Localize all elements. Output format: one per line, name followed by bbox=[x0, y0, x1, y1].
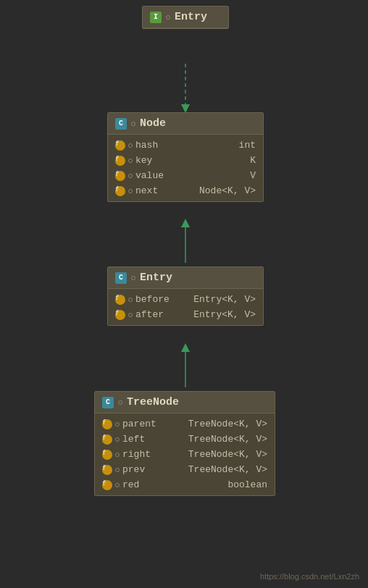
field-icon: f bbox=[115, 140, 125, 151]
table-row: f next Node<K, V> bbox=[108, 183, 263, 198]
node-box: C Node f hash int f key K f value V bbox=[107, 112, 264, 202]
field-type: TreeNode<K, V> bbox=[188, 449, 267, 460]
entry-top-header: I Entry bbox=[143, 7, 228, 28]
dot bbox=[128, 143, 133, 148]
field-name: prev bbox=[122, 464, 157, 475]
table-row: f hash int bbox=[108, 138, 263, 153]
dot bbox=[115, 468, 120, 472]
node-header: C Node bbox=[108, 113, 263, 135]
field-type: K bbox=[250, 155, 256, 166]
node-label: Node bbox=[140, 117, 166, 130]
treenode-body: f parent TreeNode<K, V> f left TreeNode<… bbox=[95, 413, 275, 495]
field-icon: f bbox=[102, 434, 112, 445]
field-type: Entry<K, V> bbox=[193, 309, 256, 320]
dot bbox=[128, 313, 133, 317]
table-row: f left TreeNode<K, V> bbox=[95, 432, 275, 447]
table-row: f prev TreeNode<K, V> bbox=[95, 462, 275, 477]
field-name: next bbox=[135, 185, 170, 196]
dot bbox=[115, 437, 120, 442]
field-icon: f bbox=[115, 295, 125, 305]
entry-top-box: I Entry bbox=[142, 6, 229, 29]
field-type: TreeNode<K, V> bbox=[188, 464, 267, 475]
table-row: f red boolean bbox=[95, 477, 275, 492]
class-icon-node: C bbox=[115, 118, 127, 130]
table-row: f right TreeNode<K, V> bbox=[95, 447, 275, 462]
class-icon-entry: C bbox=[115, 272, 127, 284]
visibility-dot-entry bbox=[131, 276, 135, 280]
field-name: key bbox=[135, 155, 170, 166]
field-name: right bbox=[122, 449, 157, 460]
field-icon: f bbox=[102, 465, 112, 475]
field-name: before bbox=[135, 294, 170, 305]
field-icon: f bbox=[115, 171, 125, 181]
field-icon: f bbox=[115, 156, 125, 166]
field-icon: f bbox=[115, 310, 125, 320]
field-name: after bbox=[135, 309, 170, 320]
field-type: boolean bbox=[227, 479, 267, 490]
watermark: https://blog.csdn.net/Lxn2zh bbox=[260, 572, 359, 581]
visibility-dot-treenode bbox=[118, 400, 122, 405]
field-icon: f bbox=[115, 186, 125, 196]
dot bbox=[128, 189, 133, 193]
field-name: parent bbox=[122, 419, 157, 429]
field-icon: f bbox=[102, 450, 112, 460]
treenode-box: C TreeNode f parent TreeNode<K, V> f lef… bbox=[94, 391, 275, 496]
field-icon: f bbox=[102, 419, 112, 429]
field-type: TreeNode<K, V> bbox=[188, 434, 267, 445]
interface-icon: I bbox=[150, 12, 162, 23]
field-type: Node<K, V> bbox=[199, 185, 256, 196]
treenode-header: C TreeNode bbox=[95, 392, 275, 413]
entry-mid-label: Entry bbox=[140, 272, 172, 284]
entry-mid-body: f before Entry<K, V> f after Entry<K, V> bbox=[108, 289, 263, 325]
visibility-dot bbox=[166, 15, 170, 20]
dot bbox=[128, 298, 133, 302]
entry-top-label: Entry bbox=[175, 11, 207, 23]
table-row: f key K bbox=[108, 153, 263, 168]
field-type: int bbox=[239, 140, 256, 151]
field-type: V bbox=[250, 170, 256, 181]
table-row: f after Entry<K, V> bbox=[108, 307, 263, 322]
field-type: TreeNode<K, V> bbox=[188, 419, 267, 429]
treenode-label: TreeNode bbox=[127, 396, 179, 408]
dot bbox=[115, 422, 120, 427]
table-row: f parent TreeNode<K, V> bbox=[95, 416, 275, 432]
entry-mid-box: C Entry f before Entry<K, V> f after Ent… bbox=[107, 266, 264, 326]
field-name: hash bbox=[135, 140, 170, 151]
field-icon: f bbox=[102, 480, 112, 490]
field-name: value bbox=[135, 170, 170, 181]
field-name: left bbox=[122, 434, 157, 445]
field-name: red bbox=[122, 479, 157, 490]
entry-mid-header: C Entry bbox=[108, 267, 263, 289]
diagram: I Entry C Node f hash int f key K bbox=[0, 0, 368, 588]
field-type: Entry<K, V> bbox=[193, 294, 256, 305]
dot bbox=[115, 453, 120, 457]
dot bbox=[128, 174, 133, 178]
class-icon-treenode: C bbox=[102, 397, 114, 408]
table-row: f before Entry<K, V> bbox=[108, 292, 263, 307]
visibility-dot-node bbox=[131, 122, 135, 126]
dot bbox=[128, 159, 133, 163]
table-row: f value V bbox=[108, 168, 263, 183]
node-body: f hash int f key K f value V f next bbox=[108, 135, 263, 201]
dot bbox=[115, 483, 120, 487]
